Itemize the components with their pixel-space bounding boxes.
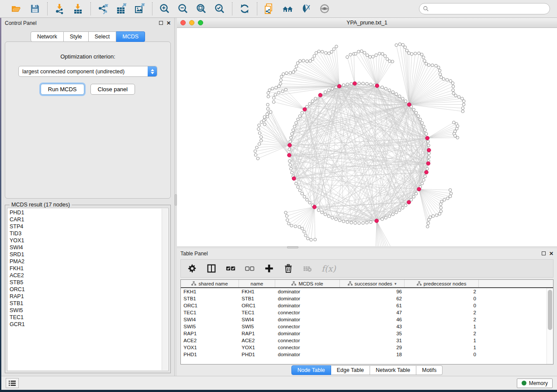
zoom-fit-icon[interactable]	[195, 3, 208, 15]
close-panel-icon[interactable]: ✕	[549, 251, 554, 256]
mcds-result-item[interactable]: STP4	[10, 223, 160, 230]
table-row[interactable]: RAP1RAP1dominator352	[181, 330, 553, 337]
column-header-name[interactable]: name	[239, 280, 275, 287]
split-panel-icon[interactable]	[206, 263, 217, 274]
network-search-box[interactable]	[419, 3, 550, 14]
refresh-icon[interactable]	[239, 3, 251, 15]
unchecked-pair-icon[interactable]	[245, 263, 255, 274]
table-row[interactable]: FKH1FKH1dominator962	[181, 288, 553, 295]
mcds-result-item[interactable]: FKH1	[10, 265, 160, 272]
horizontal-splitter[interactable]	[177, 246, 557, 248]
open-folder-icon[interactable]	[10, 3, 23, 15]
zoom-selected-icon[interactable]	[214, 3, 226, 15]
mcds-result-item[interactable]: SWI4	[10, 244, 160, 251]
gear-icon[interactable]	[187, 263, 197, 274]
close-panel-icon[interactable]: ✕	[166, 21, 171, 26]
houses-icon[interactable]	[282, 3, 294, 15]
mcds-result-item[interactable]: YOX1	[10, 237, 160, 244]
task-history-button[interactable]	[6, 378, 19, 388]
table-cell: 2	[405, 309, 479, 316]
table-panel-tabs: Node TableEdge TableNetwork TableMotifs	[177, 364, 557, 376]
mcds-result-item[interactable]: PMA2	[10, 258, 160, 265]
tab-node-table[interactable]: Node Table	[291, 365, 331, 375]
export-image-icon[interactable]	[134, 3, 146, 15]
clone-network-icon[interactable]	[263, 3, 276, 15]
mcds-result-item[interactable]: PHD1	[10, 209, 160, 216]
table-cell: connector	[275, 323, 340, 330]
table-row[interactable]: ORC1ORC1dominator610	[181, 302, 553, 309]
close-window-icon[interactable]	[180, 20, 186, 25]
import-network-icon[interactable]	[54, 3, 66, 15]
save-icon[interactable]	[29, 3, 41, 15]
import-table-icon[interactable]	[72, 3, 84, 15]
plus-icon[interactable]	[264, 263, 274, 274]
tab-mcds[interactable]: MCDS	[116, 31, 145, 42]
splitter-grip[interactable]	[287, 246, 298, 248]
tab-network-table[interactable]: Network Table	[370, 365, 416, 375]
table-row[interactable]: SWI4SWI4dominator462	[181, 316, 553, 323]
network-view-titlebar: YPA_prune.txt_1	[177, 18, 557, 28]
mcds-result-item[interactable]: STB1	[10, 300, 160, 307]
mcds-result-item[interactable]: SRD1	[10, 251, 160, 258]
mcds-result-item[interactable]: TID3	[10, 230, 160, 237]
mcds-result-item[interactable]: GCR1	[10, 321, 160, 328]
mcds-result-item[interactable]: TEC1	[10, 314, 160, 321]
criterion-dropdown[interactable]: largest connected component (undirected)	[18, 66, 157, 77]
mcds-result-item[interactable]: SWI5	[10, 307, 160, 314]
float-panel-icon[interactable]	[542, 251, 546, 255]
table-cell: 31	[340, 337, 405, 344]
mcds-result-item[interactable]: ORC1	[10, 286, 160, 293]
table-cell: RAP1	[239, 330, 275, 337]
table-cell: dominator	[275, 330, 340, 337]
table-row[interactable]: STB1STB1dominator620	[181, 295, 553, 302]
table-cell: dominator	[275, 351, 340, 358]
mcds-result-item[interactable]: CAR1	[10, 216, 160, 223]
maximize-window-icon[interactable]	[198, 20, 203, 25]
zoom-out-icon[interactable]	[177, 3, 189, 15]
mcds-result-item[interactable]: ACE2	[10, 272, 160, 279]
column-header-MCDS-role[interactable]: MCDS role	[275, 280, 340, 287]
tab-style[interactable]: Style	[64, 31, 89, 42]
float-panel-icon[interactable]	[159, 21, 163, 25]
table-x-icon	[302, 263, 313, 274]
table-cell: 47	[340, 309, 405, 316]
table-cell: FKH1	[239, 288, 275, 295]
export-table-icon[interactable]	[115, 3, 128, 15]
tab-network[interactable]: Network	[31, 31, 64, 42]
network-graph[interactable]	[177, 28, 557, 246]
zoom-in-icon[interactable]	[159, 3, 171, 15]
table-row[interactable]: ACE2ACE2connector311	[181, 337, 553, 344]
hide-graphics-icon[interactable]	[300, 3, 312, 15]
mcds-result-item[interactable]: STB5	[10, 279, 160, 286]
eye-icon[interactable]	[318, 3, 331, 15]
table-scrollbar[interactable]	[547, 288, 553, 364]
close-panel-button[interactable]: Close panel	[90, 84, 135, 95]
tab-edge-table[interactable]: Edge Table	[331, 365, 370, 375]
run-mcds-button[interactable]: Run MCDS	[41, 84, 84, 95]
tab-motifs[interactable]: Motifs	[416, 365, 443, 375]
trash-icon[interactable]	[283, 263, 294, 274]
search-input[interactable]	[432, 6, 546, 12]
table-row[interactable]: TEC1TEC1connector472	[181, 309, 553, 316]
table-row[interactable]: YOX1YOX1connector291	[181, 344, 553, 351]
network-canvas[interactable]	[177, 28, 557, 246]
column-type-icon	[291, 281, 296, 286]
mcds-result-list[interactable]: PHD1CAR1STP4TID3YOX1SWI4SRD1PMA2FKH1ACE2…	[7, 208, 169, 371]
column-header-shared-name[interactable]: shared name	[181, 280, 239, 287]
column-header-predecessor-nodes[interactable]: predecessor nodes	[405, 280, 479, 287]
memory-label: Memory	[529, 380, 548, 386]
scrollbar-thumb[interactable]	[548, 290, 552, 330]
memory-button[interactable]: Memory	[517, 378, 553, 388]
dropdown-stepper-icon	[148, 66, 157, 76]
table-row[interactable]: SWI5SWI5connector431	[181, 323, 553, 330]
mcds-result-item[interactable]: RAP1	[10, 293, 160, 300]
column-header-successor-nodes[interactable]: successor nodes▾	[340, 280, 405, 287]
table-cell: 61	[340, 302, 405, 309]
minimize-window-icon[interactable]	[189, 20, 194, 25]
table-cell: RAP1	[181, 330, 239, 337]
tab-select[interactable]: Select	[89, 31, 117, 42]
mcds-list-scrollbar[interactable]	[162, 209, 168, 370]
table-row[interactable]: PHD1PHD1dominator180	[181, 351, 553, 358]
checked-pair-icon[interactable]	[225, 263, 236, 274]
export-network-icon[interactable]	[97, 3, 109, 15]
